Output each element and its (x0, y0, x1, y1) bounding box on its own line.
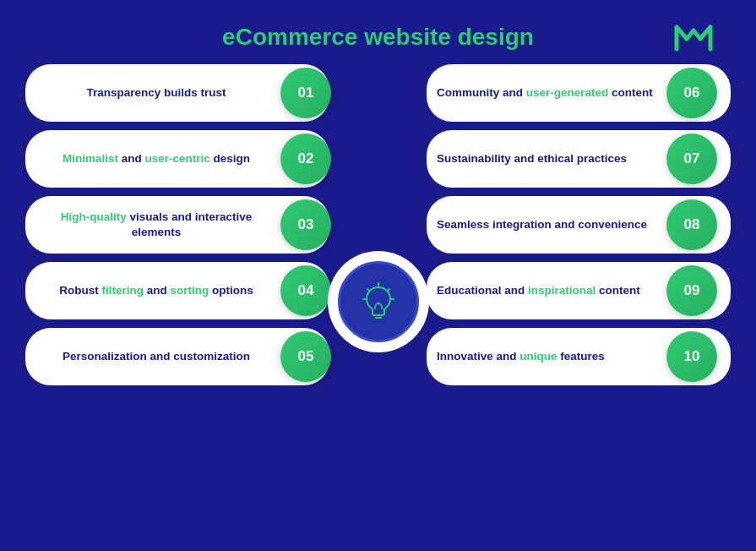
item-number: 09 (666, 265, 717, 316)
item-text: Seamless integration and convenience (427, 217, 668, 232)
item-number: 04 (280, 265, 331, 316)
list-item: Personalization and customization 05 (25, 328, 329, 385)
item-number: 07 (666, 134, 717, 184)
item-number: 10 (666, 331, 717, 382)
item-text: Personalization and customization (39, 349, 280, 364)
list-item: 09 Educational and inspirational content (427, 262, 731, 319)
item-text: Educational and inspirational content (427, 283, 668, 298)
item-text: Innovative and unique features (427, 349, 668, 364)
header: eCommerce website design (0, 0, 756, 64)
list-item: Transparency builds trust 01 (25, 64, 329, 122)
outer-circle (328, 251, 429, 352)
list-item: 08 Seamless integration and convenience (427, 196, 731, 254)
list-item: Robust filtering and sorting options 04 (25, 262, 329, 319)
list-item: High-quality visuals and interactive ele… (25, 196, 329, 254)
item-text: Sustainability and ethical practices (427, 151, 668, 166)
left-column: Transparency builds trust 01 Minimalist … (25, 64, 329, 539)
svg-line-5 (367, 289, 369, 291)
page-title: eCommerce website design (222, 24, 534, 51)
svg-line-3 (388, 289, 389, 291)
list-item: Minimalist and user-centric design 02 (25, 130, 329, 188)
list-item: 10 Innovative and unique features (427, 328, 731, 385)
item-text: Transparency builds trust (39, 85, 280, 101)
inner-circle (338, 261, 419, 342)
item-number: 03 (280, 199, 331, 250)
item-text: Minimalist and user-centric design (39, 151, 280, 166)
item-text: High-quality visuals and interactive ele… (39, 210, 280, 239)
item-number: 01 (280, 68, 331, 118)
list-item: 06 Community and user-generated content (427, 64, 731, 122)
list-item: 07 Sustainability and ethical practices (427, 130, 731, 188)
lightbulb-icon (357, 281, 400, 323)
item-number: 02 (280, 134, 331, 184)
logo (673, 20, 714, 56)
item-number: 05 (280, 331, 331, 382)
item-text: Community and user-generated content (427, 85, 668, 101)
center-decoration (328, 251, 429, 352)
right-column: 06 Community and user-generated content … (427, 64, 731, 539)
item-number: 08 (666, 199, 717, 250)
item-text: Robust filtering and sorting options (39, 283, 280, 298)
main-content: Transparency builds trust 01 Minimalist … (0, 64, 756, 539)
item-number: 06 (666, 68, 717, 118)
